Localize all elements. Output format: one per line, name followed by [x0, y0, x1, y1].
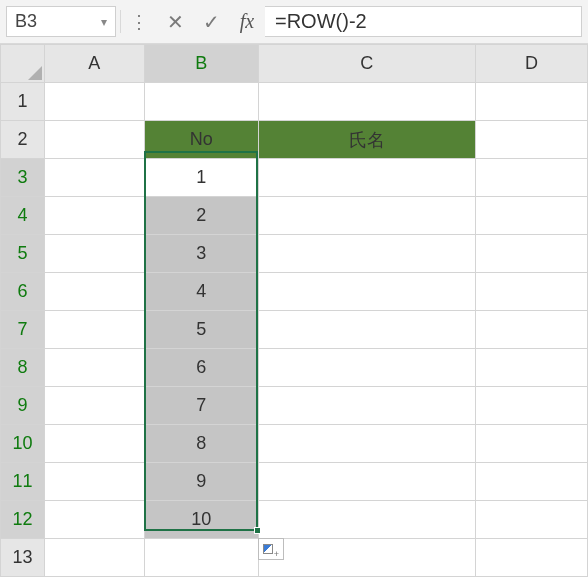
autofill-options-button[interactable]: +	[258, 538, 284, 560]
plus-icon: +	[274, 549, 279, 559]
formula-input[interactable]: =ROW()-2	[265, 6, 582, 37]
cell-d5[interactable]	[476, 235, 588, 273]
cell-a6[interactable]	[44, 273, 144, 311]
cell-c13[interactable]	[258, 539, 476, 577]
cell-c9[interactable]	[258, 387, 476, 425]
col-head-c[interactable]: C	[258, 45, 476, 83]
row-head-12[interactable]: 12	[1, 501, 45, 539]
name-box-value: B3	[15, 11, 37, 32]
formula-bar: B3 ▾ ⋮ ✕ ✓ fx =ROW()-2	[0, 0, 588, 44]
cell-d9[interactable]	[476, 387, 588, 425]
cell-b13[interactable]	[144, 539, 258, 577]
row-head-10[interactable]: 10	[1, 425, 45, 463]
cell-b1[interactable]	[144, 83, 258, 121]
enter-icon[interactable]: ✓	[193, 0, 229, 43]
cell-a10[interactable]	[44, 425, 144, 463]
cell-b5[interactable]: 3	[144, 235, 258, 273]
cell-a5[interactable]	[44, 235, 144, 273]
cell-b9[interactable]: 7	[144, 387, 258, 425]
more-icon[interactable]: ⋮	[121, 0, 157, 43]
cell-b7[interactable]: 5	[144, 311, 258, 349]
grid-table: A B C D 1 2 No 氏名 3 1 4 2	[0, 44, 588, 577]
cell-c2-header-name[interactable]: 氏名	[258, 121, 476, 159]
row-head-1[interactable]: 1	[1, 83, 45, 121]
formula-text: =ROW()-2	[275, 10, 367, 33]
cell-d7[interactable]	[476, 311, 588, 349]
row-head-3[interactable]: 3	[1, 159, 45, 197]
cell-c11[interactable]	[258, 463, 476, 501]
cell-c7[interactable]	[258, 311, 476, 349]
row-head-8[interactable]: 8	[1, 349, 45, 387]
row-head-9[interactable]: 9	[1, 387, 45, 425]
row-head-4[interactable]: 4	[1, 197, 45, 235]
cell-d2[interactable]	[476, 121, 588, 159]
cell-b11[interactable]: 9	[144, 463, 258, 501]
row-head-7[interactable]: 7	[1, 311, 45, 349]
cell-c10[interactable]	[258, 425, 476, 463]
spreadsheet-grid: A B C D 1 2 No 氏名 3 1 4 2	[0, 44, 588, 577]
row-head-11[interactable]: 11	[1, 463, 45, 501]
cell-d1[interactable]	[476, 83, 588, 121]
row-head-2[interactable]: 2	[1, 121, 45, 159]
select-all-corner[interactable]	[1, 45, 45, 83]
cell-a4[interactable]	[44, 197, 144, 235]
cell-a13[interactable]	[44, 539, 144, 577]
cell-a9[interactable]	[44, 387, 144, 425]
cell-a11[interactable]	[44, 463, 144, 501]
cell-b3[interactable]: 1	[144, 159, 258, 197]
cell-a7[interactable]	[44, 311, 144, 349]
cell-c5[interactable]	[258, 235, 476, 273]
cell-c8[interactable]	[258, 349, 476, 387]
cell-a8[interactable]	[44, 349, 144, 387]
cell-b4[interactable]: 2	[144, 197, 258, 235]
col-head-b[interactable]: B	[144, 45, 258, 83]
cell-d6[interactable]	[476, 273, 588, 311]
fill-handle[interactable]	[254, 527, 261, 534]
cell-c3[interactable]	[258, 159, 476, 197]
cell-c1[interactable]	[258, 83, 476, 121]
cell-d11[interactable]	[476, 463, 588, 501]
name-box[interactable]: B3 ▾	[6, 6, 116, 37]
cell-c4[interactable]	[258, 197, 476, 235]
row-head-13[interactable]: 13	[1, 539, 45, 577]
cell-c6[interactable]	[258, 273, 476, 311]
cell-a3[interactable]	[44, 159, 144, 197]
cell-a1[interactable]	[44, 83, 144, 121]
cell-a2[interactable]	[44, 121, 144, 159]
cell-c12[interactable]	[258, 501, 476, 539]
cell-b12[interactable]: 10	[144, 501, 258, 539]
cell-d3[interactable]	[476, 159, 588, 197]
cell-d8[interactable]	[476, 349, 588, 387]
col-head-a[interactable]: A	[44, 45, 144, 83]
col-head-d[interactable]: D	[476, 45, 588, 83]
cell-d4[interactable]	[476, 197, 588, 235]
cell-b8[interactable]: 6	[144, 349, 258, 387]
cancel-icon[interactable]: ✕	[157, 0, 193, 43]
cell-d12[interactable]	[476, 501, 588, 539]
autofill-icon	[263, 544, 273, 554]
cell-d10[interactable]	[476, 425, 588, 463]
row-head-5[interactable]: 5	[1, 235, 45, 273]
cell-b6[interactable]: 4	[144, 273, 258, 311]
cell-d13[interactable]	[476, 539, 588, 577]
cell-b2-header-no[interactable]: No	[144, 121, 258, 159]
fx-icon[interactable]: fx	[229, 0, 265, 43]
row-head-6[interactable]: 6	[1, 273, 45, 311]
chevron-down-icon[interactable]: ▾	[101, 15, 107, 29]
cell-a12[interactable]	[44, 501, 144, 539]
cell-b10[interactable]: 8	[144, 425, 258, 463]
